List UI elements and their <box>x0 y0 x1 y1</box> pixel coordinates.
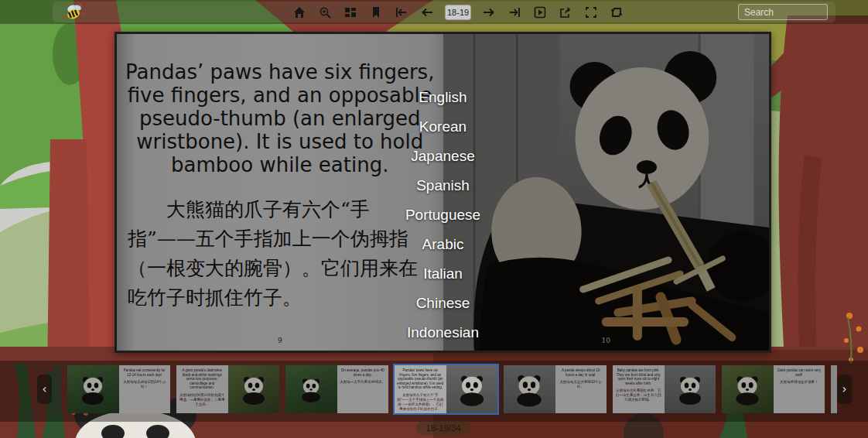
bee-logo[interactable] <box>62 2 85 22</box>
language-option-arabic[interactable]: Arabic <box>422 236 464 253</box>
thumb-photo <box>67 365 119 413</box>
thumbnail-pages-12-13[interactable]: Pandas eat consistently for 12-14 hours … <box>67 365 170 413</box>
thumb-text-en: Pandas eat consistently for 12-14 hours … <box>121 368 169 377</box>
thumbnail-pages-14-15[interactable]: A giant panda's distinctive black-and-wh… <box>176 365 279 413</box>
thumbnail-partial-right[interactable] <box>831 365 837 413</box>
thumbnail-pages-18-19-selected[interactable]: Pandas' paws have six fingers, five fing… <box>395 365 497 413</box>
thumb-text-zh: 大熊猫独特的黑白斑纹有两个用途。一是用作伪装，二是用于交流。 <box>179 393 226 407</box>
language-option-indonesian[interactable]: Indonesian <box>407 324 479 341</box>
language-overlay: English Korean Japanese Spanish Portugue… <box>117 34 769 351</box>
toolbar <box>0 0 868 24</box>
search-input[interactable] <box>739 5 867 19</box>
thumb-photo <box>446 365 498 413</box>
page-indicator-label: 18-19/34 <box>425 423 460 433</box>
bookmark-icon[interactable] <box>368 5 384 20</box>
next-page-icon[interactable] <box>481 5 497 20</box>
language-option-italian[interactable]: Italian <box>423 265 463 282</box>
language-option-korean[interactable]: Korean <box>419 118 466 135</box>
thumbnail-pages-24-25[interactable]: Giant pandas can swim very well! 大熊猫的游泳技… <box>722 365 825 413</box>
thumb-text-page: Giant pandas can swim very well! 大熊猫的游泳技… <box>774 365 825 413</box>
thumb-text-zh: 大熊猫的游泳技术很棒！ <box>776 380 823 385</box>
language-option-chinese[interactable]: Chinese <box>416 295 470 312</box>
thumbnails-scroll-left-button[interactable]: ‹ <box>37 375 52 404</box>
zoom-in-icon[interactable] <box>317 5 333 20</box>
thumbnail-pages-22-23[interactable]: Baby pandas are born pink. They are born… <box>613 365 716 413</box>
thumbnail-pages-20-21[interactable]: A panda sleeps about 10 hours a day in t… <box>504 365 607 413</box>
thumb-text-page: A panda sleeps about 10 hours a day in t… <box>555 365 607 413</box>
thumb-text-zh: 大熊猫每天进食12到14个小时！ <box>121 380 169 389</box>
thumbnail-list: Pandas eat consistently for 12-14 hours … <box>54 365 837 413</box>
autoplay-icon[interactable] <box>532 5 548 20</box>
page-number-input[interactable] <box>445 5 471 20</box>
thumb-text-page: Pandas eat consistently for 12-14 hours … <box>119 365 171 413</box>
language-option-spanish[interactable]: Spanish <box>416 177 470 194</box>
thumb-photo <box>665 365 716 413</box>
fullscreen-icon[interactable] <box>583 5 599 20</box>
thumb-text-page: On average, pandas poo 40 times a day. 大… <box>337 365 389 413</box>
home-icon[interactable] <box>292 5 307 20</box>
thumb-text-zh: 小熊猫出生时是粉红色的。它们一出生是盲的，出生后六到八周才睁开眼睛。 <box>615 388 662 402</box>
page-indicator: 18-19/34 <box>416 421 470 435</box>
search-box <box>738 4 828 20</box>
thumb-text-page: Pandas' paws have six fingers, five fing… <box>395 365 446 413</box>
share-icon[interactable] <box>558 5 573 20</box>
thumb-text-en: A panda sleeps about 10 hours a day in t… <box>558 368 605 377</box>
thumb-text-page: Baby pandas are born pink. They are born… <box>613 365 665 413</box>
chevron-left-icon: ‹ <box>43 382 47 396</box>
thumbnails-scroll-right-button[interactable]: › <box>837 375 852 404</box>
thumbnails-icon[interactable] <box>343 5 358 20</box>
thumb-text-en: Pandas' paws have six fingers, five fing… <box>397 368 444 390</box>
thumb-text-en: On average, pandas poo 40 times a day. <box>340 368 387 377</box>
thumb-photo <box>228 365 280 413</box>
thumb-photo <box>504 365 555 413</box>
first-page-icon[interactable] <box>394 5 409 20</box>
thumb-text-zh: 大熊猫一天平均要排便40次。 <box>340 380 387 385</box>
thumb-text-zh: 大熊猫每天总共要睡10个小时。 <box>558 380 605 389</box>
flip-mode-icon[interactable] <box>609 5 624 20</box>
thumb-text-page: A giant panda's distinctive black-and-wh… <box>176 365 228 413</box>
thumb-photo <box>285 365 337 413</box>
thumb-text-zh: 大熊猫的爪子有六个“手指”——五个手指加上一个伪拇指（一根变大的腕骨）。它们用来… <box>397 393 444 412</box>
thumb-text-en: Baby pandas are born pink. They are born… <box>615 368 662 385</box>
language-option-japanese[interactable]: Japanese <box>411 148 474 165</box>
thumb-text-en: Giant pandas can swim very well! <box>776 368 823 377</box>
thumbnail-pages-16-17[interactable]: On average, pandas poo 40 times a day. 大… <box>285 365 388 413</box>
language-option-english[interactable]: English <box>419 89 466 106</box>
thumb-photo <box>722 365 774 413</box>
thumb-text-en: A giant panda's distinctive black-and-wh… <box>179 368 226 390</box>
thumbnail-partial-left[interactable] <box>54 365 61 413</box>
chevron-right-icon: › <box>842 382 847 396</box>
language-option-portuguese[interactable]: Portuguese <box>405 207 480 224</box>
book-spread: Pandas’ paws have six fingers, five fing… <box>114 32 771 353</box>
language-menu: English Korean Japanese Spanish Portugue… <box>405 89 480 341</box>
previous-page-icon[interactable] <box>419 5 435 20</box>
last-page-icon[interactable] <box>507 5 522 20</box>
